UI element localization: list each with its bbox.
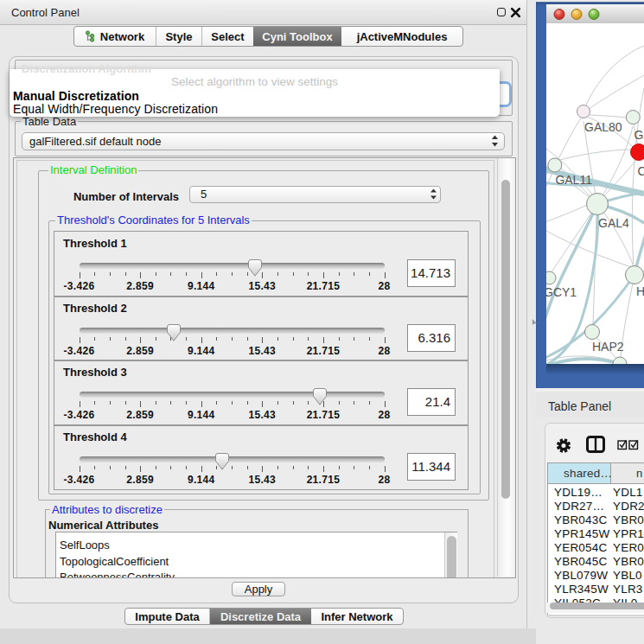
svg-text:H: H: [636, 284, 644, 298]
svg-text:GAL11: GAL11: [555, 173, 592, 187]
svg-text:HAP2: HAP2: [592, 340, 624, 354]
svg-text:C: C: [638, 164, 644, 178]
svg-text:GAL4: GAL4: [598, 216, 629, 230]
svg-text:GCY1: GCY1: [546, 285, 577, 299]
svg-text:GAL80: GAL80: [584, 120, 622, 134]
svg-text:GA: GA: [634, 128, 644, 142]
